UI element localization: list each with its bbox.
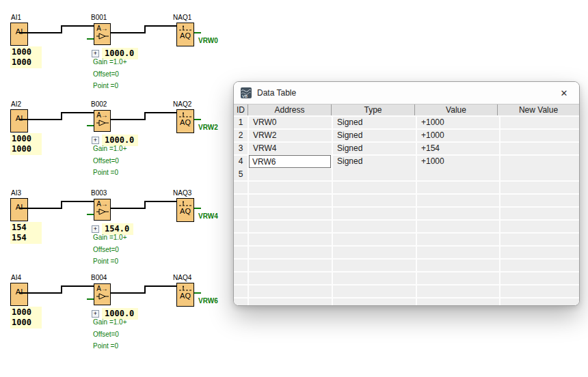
column-header-value: Value	[415, 104, 497, 115]
app-canvas: AI1 AI 1000 1000 B001 A→ + 1000.0 Gain =…	[0, 0, 588, 377]
table-row: 1 VRW0 Signed +1000	[234, 117, 579, 128]
expand-icon[interactable]: +	[92, 310, 99, 318]
input-value: 1000	[12, 57, 40, 68]
network-analog-output-block[interactable]: AQ	[176, 198, 194, 222]
input-value-display: 154 154	[10, 222, 42, 244]
network-output-icon	[178, 201, 192, 207]
expand-icon[interactable]: +	[92, 50, 99, 57]
aq-symbol: AQ	[180, 292, 191, 300]
amp-symbol: A→	[96, 285, 108, 293]
type-cell[interactable]: Signed	[333, 117, 416, 128]
value-cell	[417, 169, 499, 180]
aq-symbol: AQ	[180, 118, 191, 126]
amplifier-block[interactable]: A→	[94, 110, 111, 132]
offset-text: Offset=0	[93, 331, 119, 338]
input-value: 1000	[12, 144, 40, 154]
network-output-icon	[178, 25, 192, 31]
table-row-empty	[234, 234, 579, 245]
table-header: ID Address Type Value New Value	[234, 104, 579, 115]
table-row: 3 VRW4 Signed +154	[234, 143, 579, 154]
network-analog-output-block[interactable]: AQ	[176, 283, 194, 307]
analog-input-block[interactable]: AI	[10, 23, 28, 46]
svg-text:VB: VB	[242, 94, 248, 98]
type-cell[interactable]: Signed	[333, 156, 416, 169]
table-row: 4 Signed +1000	[234, 156, 579, 167]
block-label: NAQ4	[173, 274, 191, 281]
fbd-diagram: AI1 AI 1000 1000 B001 A→ + 1000.0 Gain =…	[0, 0, 232, 377]
amplifier-icon	[96, 33, 109, 40]
id-cell: 1	[234, 117, 248, 128]
address-edit-input[interactable]	[249, 155, 331, 168]
close-icon: ✕	[561, 88, 568, 98]
value-cell: +154	[417, 143, 499, 154]
address-cell[interactable]: VRW2	[249, 130, 332, 141]
network-analog-output-block[interactable]: AQ	[176, 23, 194, 46]
table-row: 2 VRW2 Signed +1000	[234, 130, 579, 141]
analog-input-block[interactable]: AI	[10, 109, 28, 132]
ai-symbol: AI	[16, 203, 23, 211]
table-row-empty	[234, 182, 579, 193]
analog-input-block[interactable]: AI	[10, 198, 28, 221]
input-value: 154	[12, 223, 40, 233]
dialog-title: Data Table	[257, 88, 549, 98]
amplifier-icon	[96, 120, 109, 126]
block-label: AI1	[11, 14, 21, 21]
id-cell: 3	[234, 143, 248, 154]
network-output-icon	[178, 112, 192, 118]
input-value-display: 1000 1000	[10, 46, 42, 68]
column-header-type: Type	[332, 104, 414, 115]
new-value-cell[interactable]	[500, 169, 579, 180]
new-value-cell[interactable]	[500, 130, 579, 141]
point-text: Point =0	[93, 257, 118, 265]
new-value-cell[interactable]	[500, 143, 579, 154]
input-value-display: 1000 1000	[10, 133, 42, 155]
address-cell	[249, 156, 332, 169]
input-value: 1000	[12, 134, 40, 144]
type-cell[interactable]: Signed	[333, 143, 416, 154]
input-value: 1000	[12, 47, 40, 57]
aq-symbol: AQ	[180, 207, 191, 215]
vm-address-ref: VRW6	[198, 297, 218, 305]
new-value-cell[interactable]	[500, 117, 579, 128]
address-cell[interactable]: VRW0	[249, 117, 332, 128]
fbd-rung: AI3 AI 154 154 B003 A→ + 154.0 Gain =1.0…	[0, 198, 232, 280]
amp-symbol: A→	[96, 111, 108, 120]
address-cell[interactable]: VRW4	[249, 143, 332, 154]
network-analog-output-block[interactable]: AQ	[176, 109, 194, 133]
amp-symbol: A→	[96, 25, 108, 33]
type-cell[interactable]	[333, 169, 416, 180]
dialog-titlebar[interactable]: VB Data Table ✕	[234, 82, 579, 104]
new-value-cell[interactable]	[500, 156, 579, 169]
fbd-rung: AI1 AI 1000 1000 B001 A→ + 1000.0 Gain =…	[0, 23, 232, 104]
point-text: Point =0	[93, 342, 118, 350]
amp-symbol: A→	[96, 200, 108, 208]
table-row-empty	[234, 221, 579, 232]
expand-icon[interactable]: +	[92, 225, 99, 233]
column-header-address: Address	[248, 104, 331, 115]
address-cell[interactable]	[249, 169, 332, 180]
expand-icon[interactable]: +	[92, 137, 99, 144]
analog-input-block[interactable]: AI	[10, 283, 28, 306]
type-cell[interactable]: Signed	[333, 130, 416, 141]
offset-text: Offset=0	[93, 70, 119, 78]
gain-text: Gain =1.0+	[93, 234, 126, 241]
value-cell: +1000	[417, 130, 499, 141]
offset-text: Offset=0	[93, 157, 119, 165]
vm-address-ref: VRW0	[198, 37, 218, 44]
table-row-empty	[234, 260, 579, 271]
block-label: NAQ2	[173, 100, 191, 108]
amplifier-block[interactable]: A→	[94, 23, 111, 45]
table-row-empty	[234, 195, 579, 206]
table-row-empty	[234, 208, 579, 219]
id-cell: 4	[234, 156, 248, 169]
block-label: B002	[91, 100, 107, 108]
input-value: 1000	[12, 318, 40, 328]
value-cell: +1000	[417, 156, 499, 169]
amplifier-block[interactable]: A→	[94, 283, 111, 305]
point-text: Point =0	[93, 82, 118, 89]
block-label: AI3	[11, 189, 21, 197]
close-button[interactable]: ✕	[549, 82, 579, 104]
amplifier-block[interactable]: A→	[94, 199, 111, 221]
input-value-display: 1000 1000	[10, 307, 42, 329]
fbd-rung: AI2 AI 1000 1000 B002 A→ + 1000.0 Gain =…	[0, 109, 232, 191]
